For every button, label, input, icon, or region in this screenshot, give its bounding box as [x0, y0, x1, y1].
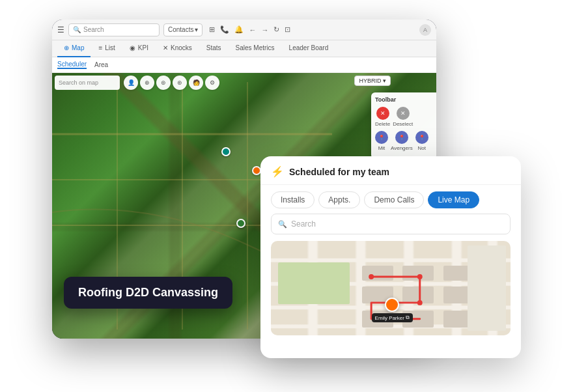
front-card-tabs: Installs Appts. Demo Calls Live Map	[260, 185, 521, 214]
back-icon[interactable]: ←	[249, 26, 256, 34]
stats-tab-label: Stats	[206, 44, 221, 51]
lightning-icon: ⚡	[271, 165, 284, 178]
forward-icon[interactable]: →	[261, 26, 268, 34]
contacts-arrow-icon: ▾	[195, 26, 198, 33]
toolbar-deselect-pin[interactable]: ✕ Deselect	[393, 107, 413, 127]
svg-point-6	[369, 274, 374, 279]
grid-icon[interactable]: ⊞	[209, 25, 215, 34]
tab-leaderboard[interactable]: Leader Board	[283, 40, 335, 57]
back-card-topbar: ☰ 🔍 Search Contacts ▾ ⊞ 📞 🔔 ← → ↻ ⊡ A	[52, 20, 436, 40]
tab-map[interactable]: ⊕ Map	[57, 40, 91, 57]
roofing-badge: Roofing D2D Canvassing	[64, 277, 232, 309]
pin-not-icon: 📍	[415, 131, 428, 144]
tab-list[interactable]: ≡ List	[92, 40, 121, 57]
front-card-header: ⚡ Scheduled for my team	[260, 156, 521, 185]
knocks-tab-icon: ✕	[163, 44, 168, 51]
person-name: Emily Parker	[375, 315, 404, 321]
search-icon-back: 🔍	[73, 26, 81, 33]
map-pin-orange[interactable]	[252, 166, 261, 175]
delete-pin-icon: ✕	[376, 107, 389, 120]
map-search-placeholder: Search on map	[59, 79, 98, 86]
refresh-icon[interactable]: ↻	[273, 25, 279, 34]
pin-mit-icon: 📍	[375, 131, 388, 144]
deselect-label: Deselect	[393, 121, 413, 127]
map-person2-icon[interactable]: 🧑	[189, 76, 203, 90]
delete-label: Delete	[375, 121, 390, 127]
deselect-pin-icon: ✕	[397, 107, 410, 120]
pin-not-label: Not	[417, 145, 425, 151]
search-placeholder-front: Search	[291, 219, 316, 229]
external-link-icon: ⧉	[406, 315, 410, 321]
pin-avengers-icon: 📍	[395, 131, 408, 144]
phone-icon[interactable]: 📞	[220, 25, 229, 34]
city-map-background: Emily Parker ⧉	[271, 241, 511, 335]
subnav-area[interactable]: Area	[94, 61, 108, 68]
front-card-title: Scheduled for my team	[289, 167, 389, 177]
pin-avengers-label: Avengers	[391, 145, 413, 151]
tab-installs[interactable]: Installs	[271, 191, 315, 208]
toolbar-delete-pin[interactable]: ✕ Delete	[375, 107, 390, 127]
toolbar-panel-items: ✕ Delete ✕ Deselect	[375, 107, 432, 127]
pin-mit[interactable]: 📍 Mit	[375, 131, 388, 151]
back-card-subnav: Scheduler Area	[52, 57, 436, 73]
hybrid-button[interactable]: HYBRID ▾	[354, 76, 391, 86]
kpi-tab-label: KPI	[138, 44, 148, 51]
person-label-badge: Emily Parker ⧉	[372, 313, 413, 322]
map-pin-teal[interactable]	[221, 147, 231, 156]
subnav-scheduler[interactable]: Scheduler	[57, 61, 87, 69]
knocks-tab-label: Knocks	[171, 44, 192, 51]
pin-avengers[interactable]: 📍 Avengers	[391, 131, 413, 151]
toolbar-panel: Toolbar ✕ Delete ✕ Deselect 📍 Mit	[371, 92, 436, 159]
toolbar-panel-row2: 📍 Mit 📍 Avengers 📍 Not	[375, 131, 432, 151]
search-input-back[interactable]: 🔍 Search	[68, 23, 160, 36]
tab-stats[interactable]: Stats	[200, 40, 228, 57]
salesmetrics-tab-label: Sales Metrics	[236, 44, 275, 51]
topbar-icons: ⊞ 📞 🔔 ← → ↻ ⊡	[209, 25, 290, 34]
share-icon[interactable]: ⊡	[285, 25, 290, 34]
svg-point-8	[417, 300, 423, 305]
avatar-initial: A	[423, 27, 427, 33]
list-tab-icon: ≡	[98, 44, 102, 51]
map-action-icons: 👤 ⊕ ⊚ ⊛ 🧑 ⚙	[124, 76, 219, 90]
pin-not[interactable]: 📍 Not	[415, 131, 428, 151]
map-filter-icon[interactable]: ⊚	[156, 76, 171, 90]
person-pin[interactable]: Emily Parker ⧉	[372, 298, 413, 322]
search-placeholder-back: Search	[83, 26, 104, 33]
tab-live-map[interactable]: Live Map	[428, 191, 479, 208]
front-card: ⚡ Scheduled for my team Installs Appts. …	[260, 156, 521, 358]
tab-knocks[interactable]: ✕ Knocks	[156, 40, 199, 57]
map-search-box[interactable]: Search on map	[55, 76, 120, 90]
tab-kpi[interactable]: ◉ KPI	[123, 40, 155, 57]
tab-demo-calls[interactable]: Demo Calls	[364, 191, 424, 208]
map-tab-label: Map	[72, 44, 84, 51]
bell-icon[interactable]: 🔔	[234, 25, 244, 34]
leaderboard-tab-label: Leader Board	[289, 44, 329, 51]
map-add-person-icon[interactable]: 👤	[124, 76, 138, 90]
front-card-search[interactable]: 🔍 Search	[271, 214, 511, 234]
menu-icon[interactable]: ☰	[57, 25, 64, 35]
map-layers-icon[interactable]: ⊕	[140, 76, 154, 90]
map-group-icon[interactable]: ⊛	[173, 76, 187, 90]
kpi-tab-icon: ◉	[130, 44, 135, 51]
map-settings-icon[interactable]: ⚙	[205, 76, 219, 90]
tab-appts[interactable]: Appts.	[318, 191, 360, 208]
toolbar-panel-title: Toolbar	[375, 96, 432, 103]
search-icon-front: 🔍	[278, 220, 287, 229]
back-card-nav: ⊕ Map ≡ List ◉ KPI ✕ Knocks Stats Sales …	[52, 40, 436, 57]
person-avatar	[385, 298, 399, 312]
avatar[interactable]: A	[419, 24, 431, 36]
map-tab-icon: ⊕	[64, 44, 69, 51]
tab-salesmetrics[interactable]: Sales Metrics	[229, 40, 281, 57]
list-tab-label: List	[105, 44, 115, 51]
pin-mit-label: Mit	[378, 145, 385, 151]
svg-point-7	[417, 274, 423, 279]
contacts-label: Contacts	[168, 26, 193, 33]
roofing-badge-label: Roofing D2D Canvassing	[78, 286, 218, 299]
contacts-button[interactable]: Contacts ▾	[163, 23, 203, 36]
front-card-map: Emily Parker ⧉	[271, 241, 511, 335]
